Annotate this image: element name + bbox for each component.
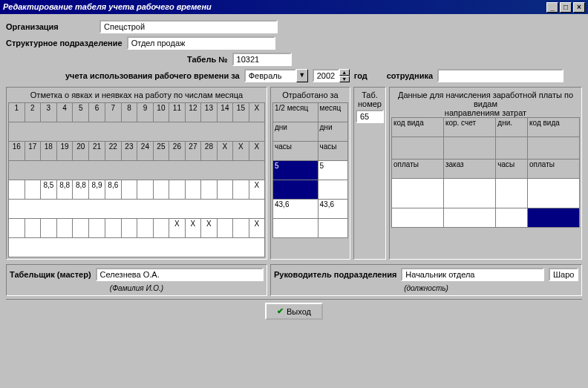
- day-cell: 28: [201, 142, 218, 161]
- day-cell[interactable]: [89, 219, 105, 238]
- day-cell[interactable]: [9, 180, 25, 200]
- day-cell: 1: [9, 103, 25, 122]
- day-cell[interactable]: [56, 219, 73, 238]
- day-cell[interactable]: [153, 219, 169, 238]
- year-up-icon[interactable]: ▲: [339, 69, 350, 76]
- day-cell: 10: [153, 103, 169, 122]
- supervisor-extra-input[interactable]: [549, 268, 578, 281]
- org-label: Организация: [6, 22, 95, 31]
- cell[interactable]: [318, 219, 347, 238]
- supervisor-label: Руководитель подразделения: [274, 270, 396, 279]
- day-cell[interactable]: [233, 180, 249, 200]
- day-cell: 23: [121, 142, 137, 161]
- minimize-icon[interactable]: _: [546, 2, 558, 13]
- maximize-icon[interactable]: □: [560, 2, 572, 13]
- attendance-grid[interactable]: 123456789101112131415X 16171819202122232…: [8, 102, 265, 257]
- employee-input[interactable]: [437, 69, 564, 82]
- days-half-value[interactable]: 5: [273, 161, 318, 180]
- day-cell[interactable]: [137, 180, 154, 200]
- data-row[interactable]: XXXX: [9, 219, 265, 238]
- year-input[interactable]: [313, 69, 339, 82]
- org-input[interactable]: [99, 20, 278, 33]
- tabnum-input[interactable]: [356, 110, 384, 123]
- day-cell[interactable]: 8,8: [56, 180, 73, 200]
- chevron-down-icon[interactable]: ▼: [296, 69, 308, 82]
- panel-title: Отметка о явках и неявках на работу по ч…: [8, 89, 265, 102]
- panel-title: направлениям затрат: [391, 108, 580, 117]
- day-cell[interactable]: X: [185, 219, 201, 238]
- day-cell[interactable]: [201, 180, 218, 200]
- cell[interactable]: [318, 180, 347, 200]
- day-cell[interactable]: [41, 219, 57, 238]
- day-cell: 22: [105, 142, 121, 161]
- col-header: код вида: [528, 118, 580, 137]
- timekeeper-input[interactable]: [96, 268, 264, 281]
- day-cell[interactable]: X: [249, 180, 264, 200]
- dept-label: Структурное подразделение: [6, 39, 122, 47]
- day-cell[interactable]: [24, 219, 41, 238]
- timekeeper-label: Табельщик (мастер): [10, 270, 91, 279]
- days-header-2: 16171819202122232425262728XXX: [9, 142, 265, 161]
- close-icon[interactable]: ×: [573, 2, 585, 13]
- day-cell[interactable]: 8,8: [73, 180, 89, 200]
- day-cell[interactable]: 8,5: [41, 180, 57, 200]
- day-cell[interactable]: [24, 180, 41, 200]
- day-cell[interactable]: [137, 219, 154, 238]
- hours-half-value[interactable]: 43,6: [273, 200, 318, 219]
- dept-input[interactable]: [127, 36, 275, 50]
- day-cell[interactable]: [217, 180, 233, 200]
- day-cell[interactable]: X: [169, 219, 186, 238]
- day-cell[interactable]: X: [201, 219, 218, 238]
- day-cell: 15: [233, 103, 249, 122]
- position-caption: (должность): [274, 284, 578, 292]
- window-title: Редактирование табеля учета рабочего вре…: [3, 0, 212, 14]
- year-down-icon[interactable]: ▼: [339, 76, 350, 82]
- day-cell[interactable]: [73, 219, 89, 238]
- check-icon: ✔: [277, 306, 284, 316]
- col-header: оплаты: [392, 160, 444, 179]
- day-cell[interactable]: 8,9: [89, 180, 105, 200]
- day-cell[interactable]: X: [249, 219, 264, 238]
- day-cell: 21: [89, 142, 105, 161]
- col-header: кор. счет: [443, 118, 495, 137]
- panel-title: Данные для начисления заработной платы п…: [391, 91, 580, 108]
- cell-label: 1/2 месяц: [273, 103, 318, 122]
- day-cell: 4: [56, 103, 73, 122]
- day-cell: 17: [24, 142, 41, 161]
- day-cell: 5: [73, 103, 89, 122]
- day-cell[interactable]: [153, 180, 169, 200]
- attendance-panel: Отметка о явках и неявках на работу по ч…: [6, 87, 267, 260]
- col-header: заказ: [443, 160, 495, 179]
- day-cell: 6: [89, 103, 105, 122]
- day-cell: X: [249, 142, 264, 161]
- day-cell[interactable]: [121, 180, 137, 200]
- day-cell[interactable]: [9, 219, 25, 238]
- hours-month-value[interactable]: 43,6: [318, 200, 347, 219]
- timekeeper-panel: Табельщик (мастер) (Фамилия И.О.): [6, 264, 267, 296]
- day-cell[interactable]: [217, 219, 233, 238]
- cell[interactable]: [273, 180, 318, 200]
- cell[interactable]: [273, 219, 318, 238]
- period-label: учета использования рабочего времени за: [65, 71, 240, 80]
- employee-label: сотрудника: [387, 71, 433, 80]
- day-cell[interactable]: [185, 180, 201, 200]
- col-header: дни.: [496, 118, 528, 137]
- payroll-grid[interactable]: код вида кор. счет дни. код вида оплаты …: [391, 117, 580, 228]
- supervisor-panel: Руководитель подразделения (должность): [270, 264, 582, 296]
- days-month-value[interactable]: 5: [318, 161, 347, 180]
- month-select[interactable]: [244, 69, 296, 82]
- worked-grid[interactable]: 1/2 месяцмесяц днидни часычасы 55 43,643…: [272, 102, 348, 238]
- tabel-no-input[interactable]: [232, 53, 292, 66]
- day-cell[interactable]: [121, 219, 137, 238]
- data-row[interactable]: 8,58,88,88,98,6X: [9, 180, 265, 200]
- exit-button[interactable]: ✔ Выход: [265, 303, 323, 320]
- selected-cell[interactable]: [528, 208, 580, 228]
- day-cell[interactable]: 8,6: [105, 180, 121, 200]
- day-cell[interactable]: [169, 180, 186, 200]
- day-cell: 16: [9, 142, 25, 161]
- supervisor-input[interactable]: [401, 268, 544, 281]
- day-cell[interactable]: [105, 219, 121, 238]
- tabel-no-label: Табель №: [187, 55, 228, 64]
- day-cell: 12: [185, 103, 201, 122]
- day-cell[interactable]: [233, 219, 249, 238]
